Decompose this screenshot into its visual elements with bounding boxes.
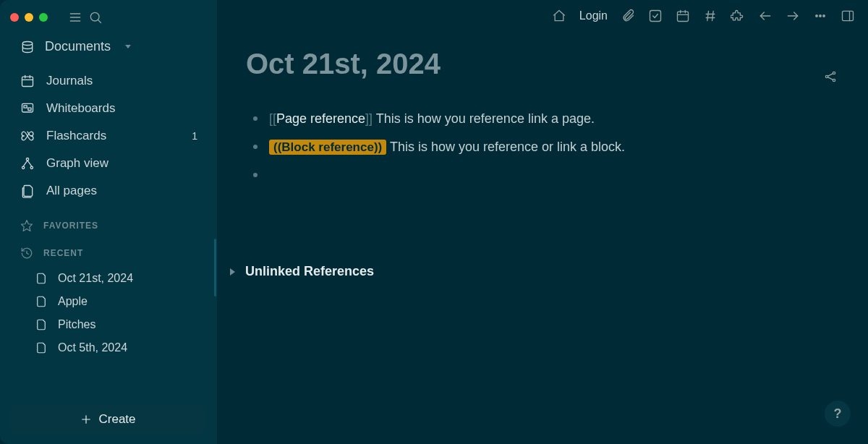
page-reference-link[interactable]: Page reference — [276, 111, 365, 126]
nav-label: Journals — [46, 74, 93, 88]
arrow-right-icon — [786, 9, 800, 23]
bullet-icon[interactable] — [253, 116, 258, 121]
nav-whiteboards[interactable]: Whiteboards — [0, 95, 216, 122]
svg-line-16 — [23, 161, 27, 166]
create-label: Create — [98, 412, 135, 427]
arrow-left-icon — [758, 9, 773, 23]
recent-item[interactable]: Oct 21st, 2024 — [0, 267, 216, 290]
nav-label: Graph view — [46, 156, 109, 171]
svg-point-34 — [816, 15, 818, 17]
forward-button[interactable] — [786, 9, 800, 23]
menu-icon[interactable] — [68, 10, 82, 25]
nav-flashcards[interactable]: Flashcards 1 — [0, 122, 216, 150]
recent-label: Pitches — [58, 318, 95, 331]
window-close[interactable] — [10, 13, 19, 22]
hash-icon — [703, 9, 718, 23]
chevron-down-icon — [125, 45, 131, 48]
recent-label: Oct 21st, 2024 — [58, 272, 133, 285]
svg-point-36 — [823, 15, 825, 17]
help-button[interactable]: ? — [825, 401, 851, 427]
nav-label: All pages — [46, 184, 97, 198]
page-ref-open: [[ — [269, 111, 276, 126]
svg-rect-37 — [843, 11, 854, 20]
more-button[interactable] — [813, 9, 827, 23]
svg-line-20 — [27, 253, 28, 255]
nav-label: Flashcards — [46, 129, 106, 143]
page-icon — [35, 318, 48, 331]
block[interactable] — [253, 166, 839, 177]
block[interactable]: ((Block reference)) This is how you refe… — [253, 137, 839, 157]
svg-line-42 — [828, 74, 833, 76]
bullet-icon[interactable] — [253, 145, 258, 149]
recent-label: Oct 5th, 2024 — [58, 341, 127, 354]
svg-line-31 — [712, 11, 714, 20]
recent-item[interactable]: Oct 5th, 2024 — [0, 336, 216, 359]
link-button[interactable] — [621, 9, 635, 23]
search-icon[interactable] — [88, 10, 103, 25]
whiteboard-icon — [20, 101, 35, 116]
block-text: This is how you reference link a page. — [373, 111, 595, 126]
page-ref-close: ]] — [365, 111, 373, 126]
block[interactable]: [[Page reference]] This is how you refer… — [253, 109, 839, 129]
svg-marker-18 — [22, 221, 33, 231]
workspace-label: Documents — [45, 39, 111, 54]
recent-label: Apple — [58, 295, 88, 308]
page-icon — [35, 272, 48, 285]
window-minimize[interactable] — [25, 13, 33, 22]
home-icon — [552, 9, 566, 23]
unlinked-references-label: Unlinked References — [245, 264, 374, 279]
recent-heading[interactable]: RECENT — [0, 236, 216, 264]
bullet-icon[interactable] — [253, 173, 258, 177]
favorites-heading[interactable]: FAVORITES — [0, 209, 216, 236]
svg-line-4 — [98, 20, 101, 23]
plus-icon — [80, 413, 93, 426]
flashcards-count: 1 — [192, 130, 203, 142]
nav-graph-view[interactable]: Graph view — [0, 150, 216, 177]
hash-button[interactable] — [703, 9, 718, 23]
recent-item[interactable]: Pitches — [0, 313, 216, 336]
svg-rect-24 — [678, 12, 689, 21]
page-graph-button[interactable] — [823, 69, 838, 87]
graph-icon — [20, 156, 35, 171]
nav-journals[interactable]: Journals — [0, 67, 216, 95]
svg-rect-12 — [28, 108, 31, 110]
svg-line-17 — [27, 161, 32, 166]
page-icon — [35, 295, 48, 308]
block-text: This is how you reference or link a bloc… — [386, 140, 625, 154]
nav-all-pages[interactable]: All pages — [0, 177, 216, 205]
todo-button[interactable] — [648, 9, 663, 23]
panel-icon — [841, 9, 855, 23]
block-content[interactable]: [[Page reference]] This is how you refer… — [269, 109, 595, 129]
svg-rect-6 — [22, 77, 33, 86]
puzzle-icon — [731, 9, 745, 23]
svg-point-5 — [22, 41, 32, 45]
svg-line-30 — [707, 11, 709, 20]
database-icon — [20, 40, 35, 54]
svg-point-3 — [90, 12, 99, 21]
unlinked-references-toggle[interactable]: Unlinked References — [246, 264, 839, 279]
window-maximize[interactable] — [39, 13, 48, 22]
page-title[interactable]: Oct 21st, 2024 — [246, 48, 839, 80]
infinity-icon — [20, 129, 35, 143]
share-nodes-icon — [823, 69, 838, 84]
back-button[interactable] — [758, 9, 773, 23]
check-square-icon — [648, 9, 663, 23]
block-content[interactable]: ((Block reference)) This is how you refe… — [269, 137, 625, 157]
right-panel-toggle[interactable] — [841, 9, 855, 23]
pages-icon — [20, 184, 35, 198]
svg-line-43 — [828, 77, 833, 80]
plugins-button[interactable] — [731, 9, 745, 23]
recent-item[interactable]: Apple — [0, 290, 216, 313]
calendar-button[interactable] — [676, 9, 690, 23]
sidebar-resize-handle[interactable] — [214, 239, 216, 296]
block-reference-link[interactable]: ((Block reference)) — [269, 140, 386, 155]
create-button[interactable]: Create — [10, 405, 205, 434]
disclosure-triangle-icon — [230, 268, 235, 276]
workspace-switcher[interactable]: Documents — [0, 32, 216, 63]
login-link[interactable]: Login — [579, 9, 608, 22]
page-icon — [35, 341, 48, 354]
dots-icon — [813, 9, 827, 23]
home-button[interactable] — [552, 9, 566, 23]
history-icon — [20, 247, 33, 260]
calendar-icon — [20, 74, 35, 88]
